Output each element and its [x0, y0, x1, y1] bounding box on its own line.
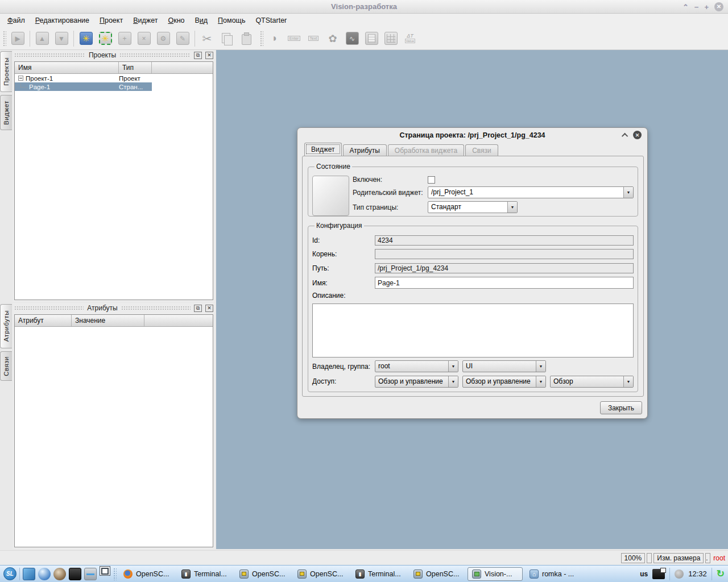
terminal-launcher-icon[interactable] — [69, 568, 81, 580]
menu-qtstarter[interactable]: QTStarter — [250, 15, 292, 26]
minimize-button[interactable]: − — [694, 3, 699, 11]
chevron-down-icon[interactable]: ▼ — [448, 376, 458, 387]
volume-icon[interactable] — [675, 569, 684, 579]
task-button-romka[interactable]: ⌂ romka - ... — [526, 567, 581, 581]
task-button-terminal-2[interactable]: ▮ Terminal... — [351, 567, 407, 581]
function-widget-icon[interactable]: ΔTValue — [401, 30, 419, 48]
start-menu-button[interactable]: SL — [3, 567, 16, 580]
name-field[interactable] — [375, 277, 634, 289]
paste-icon[interactable] — [237, 30, 255, 48]
add-item-icon[interactable]: + — [115, 30, 134, 48]
tree-row-page-selected[interactable]: Page-1 Стран... — [15, 82, 152, 91]
delete-item-icon[interactable]: × — [135, 30, 153, 48]
task-button-openscada-1[interactable]: OpenSC... — [119, 567, 175, 581]
menu-edit[interactable]: Редактирование — [30, 15, 94, 26]
menu-help[interactable]: Помощь — [213, 15, 250, 26]
show-desktop-icon[interactable] — [23, 568, 35, 580]
collapse-dialog-icon[interactable] — [622, 132, 628, 139]
document-widget-icon[interactable] — [362, 30, 380, 48]
enabled-checkbox[interactable] — [428, 176, 435, 184]
chevron-down-icon[interactable]: ▼ — [507, 202, 517, 213]
column-header-attribute[interactable]: Атрибут — [15, 315, 72, 326]
mail-client-icon[interactable] — [53, 568, 66, 580]
chevron-down-icon[interactable]: ▼ — [623, 376, 633, 387]
vision-icon — [472, 569, 481, 579]
keyboard-layout-indicator[interactable]: us — [640, 570, 648, 578]
menu-view[interactable]: Вид — [189, 15, 213, 26]
figure-widget-icon[interactable]: ◗ — [266, 30, 284, 48]
parent-widget-combobox[interactable]: /prj_Project_1 ▼ — [428, 186, 634, 198]
menu-window[interactable]: Окно — [163, 15, 189, 26]
cut-icon[interactable]: ✂ — [198, 30, 216, 48]
toolbar-drag-handle[interactable] — [3, 31, 6, 47]
maximize-button[interactable]: + — [704, 3, 709, 11]
tree-row-project[interactable]: Проект-1 Проект — [15, 74, 213, 82]
task-button-openscada-3[interactable]: OpenSC... — [293, 567, 349, 581]
diagram-widget-icon[interactable]: ∿ — [343, 30, 361, 48]
run-execution-icon[interactable]: ▶ — [9, 30, 27, 48]
chevron-down-icon[interactable]: ▼ — [623, 187, 633, 198]
web-browser-icon[interactable] — [38, 568, 51, 580]
db-save-icon[interactable]: ▼ — [52, 30, 71, 48]
widget-toolbar-drag-handle[interactable] — [260, 31, 263, 47]
sidebar-tab-attributes[interactable]: Атрибуты — [0, 304, 12, 348]
attributes-dock-header[interactable]: Атрибуты ⧉ ✕ — [13, 303, 215, 313]
attributes-table: Атрибут Значение — [14, 314, 213, 547]
tab-widget[interactable]: Виджет — [304, 143, 342, 156]
access-user-combobox[interactable]: Обзор и управление ▼ — [375, 376, 458, 388]
access-other-combobox[interactable]: Обзор ▼ — [550, 376, 634, 388]
media-widget-icon[interactable]: ✿ — [324, 30, 342, 48]
access-group-combobox[interactable]: Обзор и управление ▼ — [462, 376, 546, 388]
widget-preview-thumbnail — [312, 176, 349, 216]
column-header-type[interactable]: Тип — [119, 62, 152, 73]
column-header-name[interactable]: Имя — [15, 62, 119, 73]
task-button-openscada-2[interactable]: OpenSC... — [235, 567, 291, 581]
close-dialog-button[interactable]: Закрыть — [600, 401, 642, 414]
chevron-down-icon[interactable]: ▼ — [448, 361, 458, 372]
item-edit-icon[interactable]: ✎ — [173, 30, 192, 48]
close-dock-icon[interactable]: ✕ — [205, 52, 213, 59]
new-library-icon[interactable]: ✳ — [96, 30, 114, 48]
copy-icon[interactable] — [217, 30, 235, 48]
shade-window-button[interactable]: ⌃ — [682, 3, 689, 11]
new-visual-item-icon[interactable]: ✳ — [77, 30, 95, 48]
collapse-expander-icon[interactable] — [18, 76, 23, 81]
column-header-value[interactable]: Значение — [72, 315, 144, 326]
description-textarea[interactable] — [312, 304, 634, 357]
menu-file[interactable]: Файл — [2, 15, 30, 26]
sidebar-tab-links[interactable]: Связи — [0, 351, 12, 381]
group-combobox[interactable]: UI ▼ — [462, 360, 546, 372]
logout-icon[interactable]: ↻ — [717, 569, 725, 579]
path-label: Путь: — [312, 264, 375, 272]
dialog-titlebar[interactable]: Страница проекта: /prj_Project_1/pg_4234… — [297, 128, 647, 143]
task-button-openscada-4[interactable]: OpenSC... — [410, 567, 465, 581]
clock[interactable]: 12:32 — [688, 569, 707, 578]
text-widget-icon[interactable]: Text — [304, 30, 322, 48]
page-type-combobox[interactable]: Стандарт ▼ — [428, 201, 518, 213]
close-dock-icon[interactable]: ✕ — [205, 305, 213, 312]
sidebar-tab-widget[interactable]: Виджет — [0, 95, 12, 130]
item-properties-icon[interactable]: ⚙ — [154, 30, 172, 48]
task-button-terminal-1[interactable]: ▮ Terminal... — [177, 567, 233, 581]
sidebar-tab-projects[interactable]: Проекты — [0, 51, 12, 92]
display-settings-icon[interactable] — [652, 569, 665, 579]
chevron-down-icon[interactable]: ▼ — [536, 376, 545, 387]
projects-dock-header[interactable]: Проекты ⧉ ✕ — [13, 50, 215, 60]
float-dock-icon[interactable]: ⧉ — [194, 52, 202, 59]
taskbar-drag-handle[interactable] — [113, 568, 117, 580]
menu-widget[interactable]: Виджет — [128, 15, 163, 26]
float-dock-icon[interactable]: ⧉ — [194, 305, 202, 312]
chevron-down-icon[interactable]: ▼ — [536, 361, 545, 372]
db-load-icon[interactable]: ▲ — [33, 30, 51, 48]
tab-attributes[interactable]: Атрибуты — [343, 144, 387, 156]
task-button-vision-active[interactable]: Vision-... — [468, 567, 523, 581]
file-manager-icon[interactable] — [84, 568, 97, 580]
desktop: Vision-разработка ⌃ − + ✕ Файл Редактиро… — [0, 0, 728, 582]
close-window-button[interactable]: ✕ — [714, 2, 723, 11]
menu-project[interactable]: Проект — [94, 15, 128, 26]
form-element-widget-icon[interactable]: Enter — [285, 30, 303, 48]
owner-combobox[interactable]: root ▼ — [375, 360, 458, 372]
workspace-pager[interactable] — [100, 566, 110, 576]
table-widget-icon[interactable] — [382, 30, 400, 48]
close-dialog-icon[interactable]: ✕ — [633, 131, 642, 139]
